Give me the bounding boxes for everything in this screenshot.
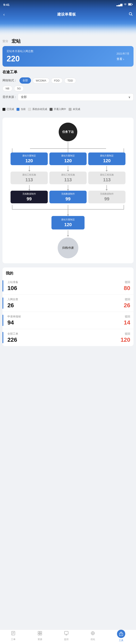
flow-box-plan-1[interactable]: 基站方案制定 120 (10, 152, 48, 165)
site-tab-indoor[interactable]: 室分 (2, 40, 8, 43)
arrow-to-bottom-plan (67, 210, 69, 216)
my-row-station-right: 驳回 80 (124, 280, 130, 292)
flow-box-plan-3[interactable]: 基站方案制定 120 (88, 152, 126, 165)
summary-card: 宏站本月基站入网总数 220 2021年7月 查看 › (2, 46, 134, 66)
legend-dot-completed (2, 108, 5, 111)
legend-dot-current (16, 108, 19, 111)
my-row-all-label: 全部工单 (7, 332, 121, 336)
reject-number-2: 26 (124, 302, 130, 309)
data-1-number: 99 (12, 196, 47, 202)
nav-item-resource[interactable]: 资源 (37, 631, 42, 641)
reject-label-2: 驳回 (124, 298, 130, 301)
summary-link[interactable]: 查看 › (117, 57, 129, 61)
my-row-station[interactable]: 上站准备 106 驳回 80 (2, 278, 134, 294)
data-2-label: 无线数据制作 (51, 192, 85, 196)
arrow-4 (28, 185, 30, 191)
flow-box-impl-3[interactable]: 基站工程实施 113 (88, 172, 126, 184)
arrow-to-archive (67, 230, 69, 237)
flow-box-data-3[interactable]: 无线数据制作 99 (88, 191, 126, 203)
source-dropdown[interactable]: 全部 ∨ (18, 93, 134, 101)
legend-dot-unfinished (68, 108, 71, 111)
summary-date: 2021年7月 (117, 52, 129, 56)
status-time: 9:41 (3, 3, 9, 6)
filter-5g[interactable]: 5G (14, 86, 24, 91)
plan-1-number: 120 (12, 158, 47, 164)
source-dropdown-value: 全部 (21, 95, 27, 99)
bottom-plan-number: 120 (55, 222, 81, 228)
arrow-6 (106, 185, 108, 191)
reject-label-1: 驳回 (124, 280, 130, 284)
nav-item-tools[interactable]: 工具 (117, 630, 125, 642)
nav-item-optimize[interactable]: 优化 (90, 631, 95, 641)
plan-2-label: 基站方案制定 (51, 154, 85, 157)
legend: 已完成 当前 系统自动完成 开通入网中 未完成 (2, 105, 134, 114)
filter-fdd[interactable]: FDD (51, 78, 63, 84)
nav-label-workorder: 工单 (11, 638, 15, 641)
arrows-after-plan (6, 166, 130, 172)
tools-icon (117, 630, 125, 638)
legend-open: 开通入网中 (50, 108, 66, 111)
nav-label-optimize: 优化 (90, 638, 95, 641)
svg-rect-9 (38, 631, 40, 633)
my-row-apply-content: 申请单报竣 94 (6, 315, 124, 326)
data-row: 无线数据制作 99 无线数据制作 99 无线数据制作 99 (6, 191, 130, 203)
impl-2-label: 基站工程实施 (51, 173, 85, 176)
flow-box-impl-2[interactable]: 基站工程实施 113 (49, 172, 87, 184)
legend-label-unfinished: 未完成 (73, 108, 80, 111)
flow-box-plan-2[interactable]: 基站方案制定 120 (49, 152, 87, 165)
data-1-label: 无线数据制作 (12, 192, 47, 196)
filter-all[interactable]: 全部 (19, 78, 31, 84)
search-button[interactable] (129, 12, 133, 17)
arrow-1 (28, 166, 30, 172)
my-row-station-number: 106 (7, 285, 124, 292)
legend-label-completed: 已完成 (7, 108, 14, 111)
my-row-all-right: 驳回 120 (121, 332, 130, 343)
svg-rect-13 (65, 631, 68, 634)
my-row-all-content: 全部工单 226 (6, 332, 121, 343)
plan-1-label: 基站方案制定 (12, 154, 47, 157)
my-row-apply[interactable]: 申请单报竣 94 驳回 14 (2, 312, 134, 329)
plan-3-number: 120 (89, 158, 124, 164)
flow-box-impl-1[interactable]: 基站工程实施 113 (10, 172, 48, 184)
mountain-background (0, 20, 136, 36)
arrows-after-impl (6, 185, 130, 191)
legend-label-auto: 系统自动完成 (32, 108, 47, 111)
nav-item-workorder[interactable]: 工单 (11, 631, 16, 641)
flow-box-data-1[interactable]: 无线数据制作 99 (10, 191, 48, 203)
merge-h-line (12, 209, 124, 210)
merge-up-lines (12, 205, 124, 209)
task-node[interactable]: 任务下达 (59, 122, 77, 141)
my-row-network[interactable]: 入网自查 26 驳回 26 (2, 294, 134, 312)
work-order-title: 在途工单 (2, 70, 134, 74)
my-section-title: 我的 (2, 268, 134, 276)
resource-icon (37, 631, 42, 637)
source-filter-row: 需求来源： 全部 ∨ (2, 93, 134, 101)
back-button[interactable]: ‹ (3, 12, 5, 17)
filter-wcdma[interactable]: WCDMA (33, 78, 49, 84)
archive-node[interactable]: 归档/作废 (58, 238, 78, 258)
data-3-number: 99 (89, 196, 124, 202)
reject-number-3: 14 (124, 319, 130, 326)
flow-box-bottom-plan[interactable]: 基站方案制定 120 (52, 216, 84, 230)
main-content: 室分 宏站 宏站本月基站入网总数 220 2021年7月 查看 › 在途工单 网… (0, 36, 136, 369)
flow-box-data-2[interactable]: 无线数据制作 99 (49, 191, 87, 203)
summary-left: 宏站本月基站入网总数 220 (7, 50, 33, 63)
impl-3-number: 113 (89, 177, 124, 182)
filter-tdd[interactable]: TDD (64, 78, 76, 84)
summary-link-arrow: › (123, 58, 124, 61)
nav-label-tools: 工具 (119, 639, 123, 642)
nav-item-monitor[interactable]: 监控 (64, 631, 69, 641)
my-row-network-label: 入网自查 (7, 298, 124, 301)
wifi-icon (124, 3, 127, 6)
plan-2-number: 120 (51, 158, 85, 164)
impl-3-label: 基站工程实施 (89, 173, 124, 176)
svg-rect-2 (132, 4, 133, 5)
dropdown-arrow: ∨ (128, 96, 131, 99)
legend-dot-auto (28, 108, 31, 111)
my-row-all[interactable]: 全部工单 226 驳回 120 (2, 329, 134, 346)
plan-row: 基站方案制定 120 基站方案制定 120 基站方案制定 120 (6, 152, 130, 165)
legend-label-current: 当前 (21, 108, 26, 111)
site-tab-macro[interactable]: 宏站 (11, 38, 21, 44)
network-filter-row-2: NB 5G (2, 86, 134, 91)
filter-nb[interactable]: NB (2, 86, 12, 91)
